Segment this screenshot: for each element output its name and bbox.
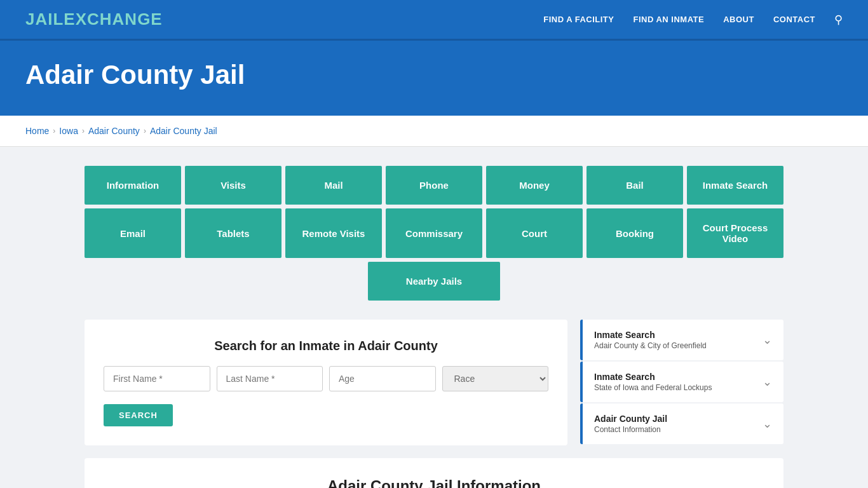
page-title: Adair County Jail — [25, 60, 843, 90]
chevron-down-icon-3: ⌄ — [763, 417, 772, 431]
race-select[interactable]: Race White Black Hispanic Asian Native A… — [442, 366, 549, 391]
sidebar-card-greenfield-title: Inmate Search — [594, 330, 707, 340]
sidebar-card-contact-title: Adair County Jail — [594, 414, 667, 424]
button-grid-row3: Nearby Jails — [85, 262, 783, 301]
breadcrumb-sep-3: › — [144, 126, 146, 135]
btn-bail[interactable]: Bail — [587, 166, 683, 205]
chevron-down-icon-2: ⌄ — [763, 375, 772, 389]
breadcrumb-current: Adair County Jail — [150, 126, 217, 136]
logo-exchange: EXCHANGE — [64, 10, 162, 29]
info-title: Adair County Jail Information — [104, 477, 764, 488]
content-area: Search for an Inmate in Adair County Rac… — [85, 320, 783, 445]
nav-about[interactable]: ABOUT — [723, 15, 754, 24]
btn-money[interactable]: Money — [486, 166, 583, 205]
site-logo[interactable]: JAILEXCHANGE — [25, 10, 163, 29]
btn-information[interactable]: Information — [85, 166, 181, 205]
sidebar-card-contact-subtitle: Contact Information — [594, 425, 667, 434]
sidebar-card-iowa: Inmate Search State of Iowa and Federal … — [580, 362, 783, 402]
bottom-section: Adair County Jail Information — [85, 458, 783, 488]
btn-email[interactable]: Email — [85, 208, 181, 258]
search-button[interactable]: SEARCH — [104, 404, 173, 426]
btn-commissary[interactable]: Commissary — [386, 208, 482, 258]
breadcrumb-adair-county[interactable]: Adair County — [88, 126, 140, 136]
sidebar-card-contact: Adair County Jail Contact Information ⌄ — [580, 403, 783, 444]
btn-inmate-search[interactable]: Inmate Search — [687, 166, 783, 205]
site-header: JAILEXCHANGE FIND A FACILITY FIND AN INM… — [0, 0, 868, 41]
sidebar-card-greenfield-header[interactable]: Inmate Search Adair County & City of Gre… — [580, 320, 783, 360]
breadcrumb-sep-2: › — [82, 126, 85, 135]
sidebar-card-iowa-text: Inmate Search State of Iowa and Federal … — [594, 372, 712, 392]
nav-find-facility[interactable]: FIND A FACILITY — [543, 15, 614, 24]
btn-tablets[interactable]: Tablets — [185, 208, 281, 258]
sidebar: Inmate Search Adair County & City of Gre… — [580, 320, 783, 445]
sidebar-card-greenfield-text: Inmate Search Adair County & City of Gre… — [594, 330, 707, 350]
sidebar-card-contact-text: Adair County Jail Contact Information — [594, 414, 667, 434]
btn-booking[interactable]: Booking — [587, 208, 683, 258]
btn-court-process-video[interactable]: Court Process Video — [687, 208, 783, 258]
logo-jail: JAIL — [25, 10, 64, 29]
button-grid-row1: Information Visits Mail Phone Money Bail… — [85, 166, 783, 205]
breadcrumb-sep-1: › — [53, 126, 55, 135]
btn-mail[interactable]: Mail — [285, 166, 382, 205]
search-panel: Search for an Inmate in Adair County Rac… — [85, 320, 567, 445]
nav-find-inmate[interactable]: FIND AN INMATE — [633, 15, 704, 24]
breadcrumb-home[interactable]: Home — [25, 126, 49, 136]
btn-nearby-jails[interactable]: Nearby Jails — [368, 262, 500, 301]
btn-visits[interactable]: Visits — [185, 166, 281, 205]
breadcrumb-bar: Home › Iowa › Adair County › Adair Count… — [0, 116, 868, 147]
hero-section: Adair County Jail — [0, 41, 868, 116]
search-icon[interactable]: ⚲ — [834, 13, 843, 27]
main-nav: FIND A FACILITY FIND AN INMATE ABOUT CON… — [543, 13, 843, 27]
last-name-input[interactable] — [217, 366, 323, 391]
search-title: Search for an Inmate in Adair County — [104, 339, 548, 353]
chevron-down-icon: ⌄ — [763, 333, 772, 347]
sidebar-card-contact-header[interactable]: Adair County Jail Contact Information ⌄ — [580, 403, 783, 444]
nav-contact[interactable]: CONTACT — [773, 15, 815, 24]
breadcrumb: Home › Iowa › Adair County › Adair Count… — [25, 126, 843, 136]
sidebar-card-greenfield: Inmate Search Adair County & City of Gre… — [580, 320, 783, 360]
sidebar-card-iowa-title: Inmate Search — [594, 372, 712, 382]
main-content: Information Visits Mail Phone Money Bail… — [0, 147, 868, 488]
btn-remote-visits[interactable]: Remote Visits — [285, 208, 382, 258]
button-grid-row2: Email Tablets Remote Visits Commissary C… — [85, 208, 783, 258]
info-panel: Adair County Jail Information — [85, 458, 783, 488]
sidebar-card-iowa-header[interactable]: Inmate Search State of Iowa and Federal … — [580, 362, 783, 402]
btn-phone[interactable]: Phone — [386, 166, 482, 205]
btn-court[interactable]: Court — [486, 208, 583, 258]
age-input[interactable] — [329, 366, 436, 391]
sidebar-card-iowa-subtitle: State of Iowa and Federal Lockups — [594, 383, 712, 392]
first-name-input[interactable] — [104, 366, 210, 391]
sidebar-card-greenfield-subtitle: Adair County & City of Greenfield — [594, 341, 707, 350]
breadcrumb-iowa[interactable]: Iowa — [59, 126, 78, 136]
search-form: Race White Black Hispanic Asian Native A… — [104, 366, 548, 391]
